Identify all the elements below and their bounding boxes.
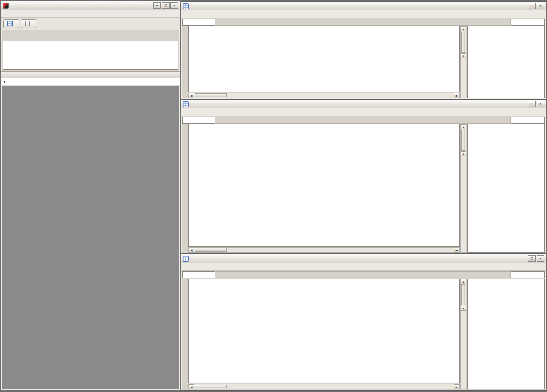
scroll-left-icon[interactable]: ◀ <box>189 384 194 389</box>
map-icon <box>183 256 189 262</box>
maximize-button[interactable]: □ <box>528 3 536 9</box>
scroll-up-icon[interactable]: ▲ <box>461 26 466 31</box>
surface-plot <box>467 124 545 253</box>
empty-list-panel <box>3 41 178 70</box>
cell-value-box[interactable] <box>511 117 545 124</box>
x-axis-title <box>216 117 511 124</box>
surface-plot <box>467 279 545 389</box>
horizontal-scrollbar[interactable]: ◀▶ <box>188 384 460 389</box>
map-titlebar[interactable]: □× <box>181 100 546 108</box>
scroll-down-icon[interactable]: ▼ <box>461 306 466 311</box>
map-access-icon <box>7 21 13 26</box>
close-button[interactable]: × <box>537 101 544 107</box>
scroll-thumb[interactable] <box>461 284 465 305</box>
scroll-down-icon[interactable]: ▼ <box>461 151 466 156</box>
map-icon <box>183 101 189 107</box>
close-button[interactable]: × <box>170 2 178 9</box>
scroll-right-icon[interactable]: ▶ <box>454 384 459 389</box>
map-grid <box>188 279 460 383</box>
scroll-thumb[interactable] <box>195 385 227 388</box>
rom-toolbar <box>1 18 180 30</box>
vertical-scrollbar[interactable]: ▲▼ <box>460 279 466 389</box>
y-axis-title <box>182 26 188 98</box>
rom-titlebar[interactable]: – □ × <box>1 1 180 10</box>
map-grid <box>188 124 460 247</box>
cell-value-box[interactable] <box>511 271 545 278</box>
map-access-button[interactable] <box>3 19 19 28</box>
map-window-max-injection-quantity: □× ◀▶ ▲▼ <box>181 254 546 391</box>
scroll-thumb[interactable] <box>195 93 227 97</box>
map-titlebar[interactable]: □× <box>181 2 546 10</box>
rom-window: – □ × ▼ <box>1 1 180 390</box>
scroll-right-icon[interactable]: ▶ <box>454 93 459 98</box>
x-value-box[interactable] <box>182 271 215 278</box>
rom-tabstrip <box>1 30 180 39</box>
map-window-desired-torque: □× ◀▶ ▲▼ <box>181 1 546 99</box>
scroll-thumb[interactable] <box>195 248 227 252</box>
app-icon <box>3 3 9 9</box>
log-file-icon <box>25 21 30 26</box>
y-axis-title <box>182 124 188 253</box>
close-button[interactable]: × <box>537 255 544 262</box>
horizontal-scrollbar[interactable]: ◀▶ <box>188 247 460 253</box>
maximize-button[interactable]: □ <box>528 255 536 262</box>
map-window-fuel-pressure: □× ◀▶ ▲▼ <box>181 99 546 254</box>
scroll-down-icon[interactable]: ▼ <box>461 53 466 58</box>
map-titlebar[interactable]: □× <box>181 254 546 263</box>
cell-value-box[interactable] <box>511 19 545 26</box>
scroll-left-icon[interactable]: ◀ <box>189 248 194 253</box>
horizontal-scrollbar[interactable]: ◀▶ <box>188 93 460 98</box>
log-to-file-button[interactable] <box>21 19 36 28</box>
x-value-box[interactable] <box>182 19 215 26</box>
map-menubar <box>181 108 546 116</box>
scroll-up-icon[interactable]: ▲ <box>461 279 466 284</box>
parameter-table-header <box>1 71 180 78</box>
scroll-up-icon[interactable]: ▲ <box>461 124 466 129</box>
surface-plot <box>467 26 545 98</box>
vertical-scrollbar[interactable]: ▲▼ <box>460 124 466 253</box>
rom-menubar <box>1 10 180 18</box>
x-axis-title <box>216 271 511 278</box>
y-axis-title <box>182 279 188 389</box>
x-value-box[interactable] <box>182 117 215 124</box>
scroll-left-icon[interactable]: ◀ <box>189 93 194 98</box>
close-button[interactable]: × <box>537 3 544 9</box>
collapse-arrow-icon: ▼ <box>2 80 7 83</box>
logged-parameters-group[interactable]: ▼ <box>1 78 180 86</box>
scroll-right-icon[interactable]: ▶ <box>454 248 459 253</box>
map-menubar <box>181 10 546 18</box>
scroll-thumb[interactable] <box>461 32 465 53</box>
map-grid <box>188 26 460 92</box>
x-axis-title <box>216 19 511 26</box>
map-menubar <box>181 263 546 271</box>
maximize-button[interactable]: □ <box>162 2 170 9</box>
scroll-thumb[interactable] <box>461 130 465 151</box>
minimize-button[interactable]: – <box>153 2 161 9</box>
filler-panel <box>2 86 179 389</box>
vertical-scrollbar[interactable]: ▲▼ <box>460 26 466 98</box>
maximize-button[interactable]: □ <box>528 101 536 107</box>
map-icon <box>183 3 189 9</box>
